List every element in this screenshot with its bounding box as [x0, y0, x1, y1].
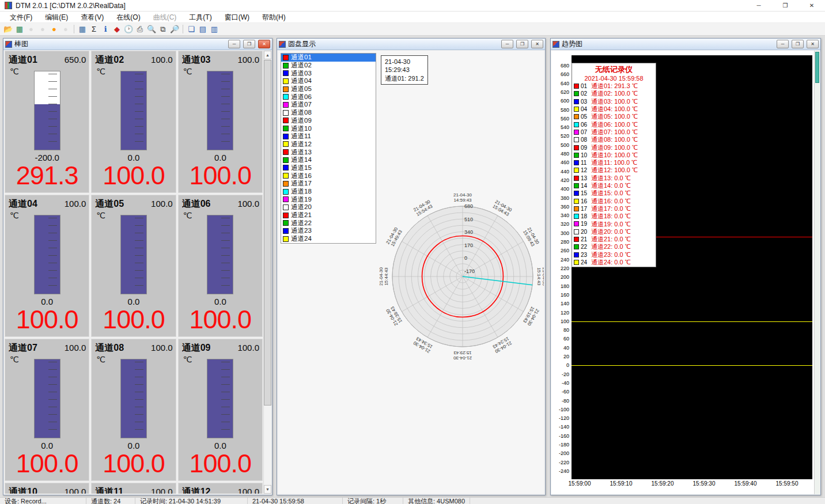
channel-list-item[interactable]: 通道07 [281, 101, 376, 109]
channel-color-swatch [283, 134, 289, 139]
menu-item-帮助(H)[interactable]: 帮助(H) [256, 12, 292, 23]
channel-label: 通道24 [291, 234, 312, 243]
dial-window-minimize-button[interactable]: ─ [501, 40, 513, 48]
y-axis-label: 280 [561, 239, 569, 245]
channel-name: 通道01 [9, 54, 37, 66]
bar-graph-window: 棒图 ─ ❐ ✕ 通道01650.0℃-200.0291.3通道02100.0℃… [3, 38, 273, 495]
channel-list-item[interactable]: 通道10 [281, 124, 376, 132]
trend-window-titlebar[interactable]: 趋势图 ─ ❐ ✕ [551, 39, 820, 50]
y-axis-label: 660 [561, 71, 569, 77]
gauge-ticks [48, 74, 57, 147]
scroll-up-arrow-icon[interactable]: ▲ [264, 51, 271, 59]
minimize-button[interactable]: ─ [745, 0, 772, 12]
channel-list-item[interactable]: 通道05 [281, 85, 376, 93]
menu-item-编辑(E)[interactable]: 编辑(E) [39, 12, 74, 23]
menu-item-窗口(W)[interactable]: 窗口(W) [218, 12, 256, 23]
online-icon[interactable]: ● [48, 24, 60, 35]
bar-cell: 通道04100.0℃0.0100.0 [5, 195, 89, 337]
channel-list-item[interactable]: 通道16 [281, 172, 376, 180]
y-axis-label: 440 [561, 169, 569, 175]
channel-list-item[interactable]: 通道03 [281, 69, 376, 77]
channel-color-swatch [283, 118, 289, 123]
channel-list-item[interactable]: 通道04 [281, 77, 376, 85]
toolbar-separator [183, 25, 183, 33]
bar-window-minimize-button[interactable]: ─ [228, 40, 240, 48]
close-button[interactable]: ✕ [798, 0, 825, 12]
alarm-icon[interactable]: ◆ [111, 24, 123, 35]
title-bar: DTM 2.0.1 [C:\DTM 2.0.2\RealData] ─ ❐ ✕ [0, 0, 825, 12]
menu-item-查看(V)[interactable]: 查看(V) [74, 12, 110, 23]
status-bar: 设备: Record...通道数: 24记录时间: 21-04-30 14:51… [0, 497, 825, 504]
channel-list-item[interactable]: 通道17 [281, 180, 376, 188]
info-icon[interactable]: ℹ [100, 24, 111, 35]
print-preview-icon[interactable]: 🔍 [146, 24, 157, 35]
dial-window-restore-button[interactable]: ❐ [516, 40, 528, 48]
menu-item-文件(F)[interactable]: 文件(F) [3, 12, 39, 23]
bar-cell-header: 通道05100.0 [92, 195, 175, 210]
channel-list-item[interactable]: 通道19 [281, 195, 376, 203]
bar-window-titlebar[interactable]: 棒图 ─ ❐ ✕ [3, 39, 272, 50]
channel-list-item[interactable]: 通道18 [281, 188, 376, 196]
bar-cell-header: 通道12100.0 [179, 483, 262, 494]
dial-window-titlebar[interactable]: 圆盘显示 ─ ❐ ✕ [277, 39, 545, 50]
bar-window-close-button[interactable]: ✕ [258, 40, 270, 48]
channel-list-item[interactable]: 通道08 [281, 109, 376, 117]
tile-horizontal-icon[interactable]: ▤ [197, 24, 209, 35]
bar-window-restore-button[interactable]: ❐ [243, 40, 255, 48]
channel-list-item[interactable]: 通道11 [281, 132, 376, 141]
channel-list-item[interactable]: 通道24 [281, 235, 376, 243]
channel-list-item[interactable]: 通道23 [281, 227, 376, 235]
legend-color-swatch [574, 137, 579, 142]
data-grid-icon[interactable]: ▦ [77, 24, 88, 35]
legend-channel-number: 04 [581, 106, 589, 112]
channel-name: 通道03 [182, 54, 211, 66]
legend-color-swatch [574, 221, 579, 226]
channel-color-swatch [283, 181, 289, 187]
menu-item-工具(T)[interactable]: 工具(T) [183, 12, 218, 23]
legend-channel-number: 23 [581, 252, 589, 258]
trend-scrollbar[interactable] [814, 51, 820, 494]
channel-list-item[interactable]: 通道13 [281, 148, 376, 156]
trend-window-close-button[interactable]: ✕ [807, 40, 819, 48]
channel-list-item[interactable]: 通道21 [281, 211, 376, 219]
trend-window-restore-button[interactable]: ❐ [792, 40, 804, 48]
bar-scrollbar[interactable]: ▲ ▼ [263, 51, 271, 494]
menu-item-在线(O)[interactable]: 在线(O) [110, 12, 146, 23]
svg-text:21-04-3015:44:43: 21-04-3015:44:43 [379, 267, 389, 286]
range-max-label: 100.0 [237, 487, 259, 494]
dial-window-close-button[interactable]: ✕ [531, 40, 543, 48]
channel-list-item[interactable]: 通道20 [281, 203, 376, 211]
clock-icon[interactable]: 🕑 [123, 24, 134, 35]
channel-list-item[interactable]: 通道14 [281, 156, 376, 164]
channel-list-item[interactable]: 通道01 [281, 54, 376, 62]
bar-cell: 通道12100.0℃0.0100.0 [178, 483, 263, 494]
statistics-icon[interactable]: Σ [88, 24, 100, 35]
channel-list-item[interactable]: 通道06 [281, 93, 376, 101]
channel-list-item[interactable]: 通道09 [281, 117, 376, 125]
y-axis-label: 180 [561, 283, 569, 289]
cascade-windows-icon[interactable]: ❏ [186, 24, 197, 35]
channel-list-item[interactable]: 通道15 [281, 164, 376, 172]
zoom-icon[interactable]: 🔎 [169, 24, 180, 35]
channel-list-item[interactable]: 通道12 [281, 141, 376, 149]
channel-color-swatch [283, 220, 289, 226]
trend-window-minimize-button[interactable]: ─ [777, 40, 789, 48]
open-folder-icon[interactable]: 📂 [2, 24, 14, 35]
bar-cell-header: 通道01650.0 [5, 51, 89, 66]
scroll-down-arrow-icon[interactable]: ▼ [264, 485, 271, 494]
restore-button[interactable]: ❐ [772, 0, 798, 12]
status-segment: 21-04-30 15:59:58 [248, 498, 343, 504]
trend-scroll-thumb[interactable] [815, 52, 819, 83]
legend-color-swatch [574, 229, 579, 234]
export-data-icon[interactable]: ▦ [14, 24, 25, 35]
print-icon[interactable]: ⎙ [134, 24, 146, 35]
trend-line [572, 365, 812, 366]
y-axis-label: -60 [562, 389, 569, 395]
channel-list-item[interactable]: 通道02 [281, 62, 376, 70]
legend-row: 20通道20: 0.0 ℃ [572, 228, 656, 236]
scroll-thumb[interactable] [264, 60, 271, 406]
unit-label: ℃ [10, 211, 19, 220]
channel-list-item[interactable]: 通道22 [281, 219, 376, 227]
tile-vertical-icon[interactable]: ▥ [209, 24, 220, 35]
copy-icon[interactable]: ⧉ [157, 24, 169, 35]
